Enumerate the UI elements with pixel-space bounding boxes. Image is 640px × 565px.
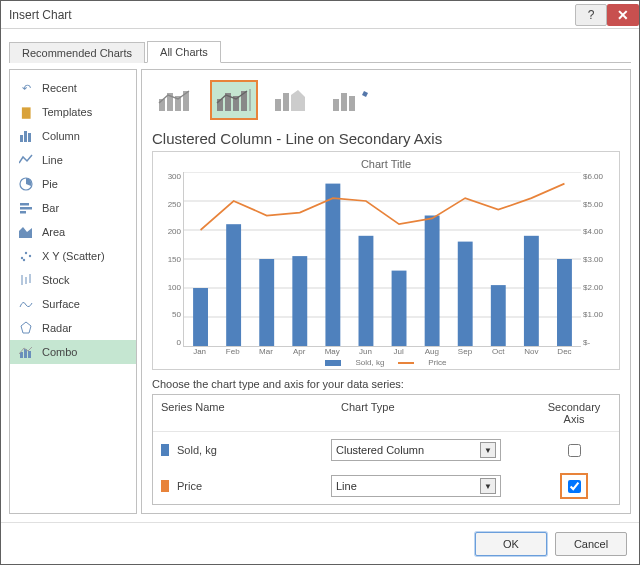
sidebar-item-column[interactable]: Column xyxy=(10,124,136,148)
chevron-down-icon: ▼ xyxy=(480,442,496,458)
y2-axis-labels: $6.00$5.00$4.00$3.00$2.00$1.00$- xyxy=(581,172,611,347)
svg-rect-0 xyxy=(20,135,23,142)
svg-rect-6 xyxy=(20,211,26,214)
svg-rect-51 xyxy=(557,259,572,346)
cancel-button[interactable]: Cancel xyxy=(555,532,627,556)
header-secondary-axis: Secondary Axis xyxy=(529,395,619,431)
sidebar-item-scatter[interactable]: X Y (Scatter) xyxy=(10,244,136,268)
dialog-footer: OK Cancel xyxy=(1,522,639,564)
scatter-icon xyxy=(18,248,34,264)
chart-legend: Sold, kg Price xyxy=(161,358,611,367)
svg-rect-40 xyxy=(193,288,208,346)
subtype-heading: Clustered Column - Line on Secondary Axi… xyxy=(152,130,620,147)
svg-marker-15 xyxy=(21,322,31,333)
chart-type-sidebar: ↶Recent ▇Templates Column Line Pie Bar A… xyxy=(9,69,137,514)
window-title: Insert Chart xyxy=(9,8,72,22)
sidebar-item-area[interactable]: Area xyxy=(10,220,136,244)
titlebar: Insert Chart ? ✕ xyxy=(1,1,639,29)
series-config: Series Name Chart Type Secondary Axis So… xyxy=(152,394,620,505)
series-row-price: Price Line▼ xyxy=(153,468,619,504)
secondary-axis-checkbox-sold[interactable] xyxy=(568,444,581,457)
svg-rect-18 xyxy=(28,351,31,358)
svg-point-11 xyxy=(23,259,25,261)
tab-row: Recommended Charts All Charts xyxy=(9,37,631,63)
svg-rect-4 xyxy=(20,203,29,206)
help-button[interactable]: ? xyxy=(575,4,607,26)
folder-icon: ▇ xyxy=(18,104,34,120)
header-chart-type: Chart Type xyxy=(333,395,529,431)
sidebar-item-recent[interactable]: ↶Recent xyxy=(10,76,136,100)
series-swatch xyxy=(161,480,169,492)
tab-recommended[interactable]: Recommended Charts xyxy=(9,42,145,63)
secondary-axis-checkbox-price[interactable] xyxy=(568,480,581,493)
svg-rect-50 xyxy=(524,236,539,346)
insert-chart-dialog: Insert Chart ? ✕ Recommended Charts All … xyxy=(0,0,640,565)
sidebar-item-combo[interactable]: Combo xyxy=(10,340,136,364)
ok-button[interactable]: OK xyxy=(475,532,547,556)
svg-point-10 xyxy=(29,255,31,257)
x-axis-labels: JanFebMarAprMayJunJulAugSepOctNovDec xyxy=(183,347,581,356)
svg-rect-49 xyxy=(491,285,506,346)
svg-rect-32 xyxy=(341,93,347,111)
svg-rect-5 xyxy=(20,207,32,210)
series-row-sold: Sold, kg Clustered Column▼ xyxy=(153,432,619,468)
svg-rect-33 xyxy=(349,96,355,111)
column-icon xyxy=(18,128,34,144)
subtype-2[interactable] xyxy=(210,80,258,120)
sidebar-item-stock[interactable]: Stock xyxy=(10,268,136,292)
svg-rect-46 xyxy=(392,271,407,346)
combo-icon xyxy=(18,344,34,360)
legend-swatch-b xyxy=(398,362,414,364)
svg-rect-29 xyxy=(283,93,289,111)
svg-point-8 xyxy=(21,257,23,259)
pie-icon xyxy=(18,176,34,192)
series-swatch xyxy=(161,444,169,456)
svg-rect-2 xyxy=(28,133,31,142)
subtype-custom[interactable] xyxy=(326,80,374,120)
bar-icon xyxy=(18,200,34,216)
svg-rect-28 xyxy=(275,99,281,111)
line-icon xyxy=(18,152,34,168)
tab-all-charts[interactable]: All Charts xyxy=(147,41,221,63)
sidebar-item-templates[interactable]: ▇Templates xyxy=(10,100,136,124)
subtype-3[interactable] xyxy=(268,80,316,120)
header-series-name: Series Name xyxy=(153,395,333,431)
svg-marker-7 xyxy=(19,227,32,238)
chart-title: Chart Title xyxy=(161,158,611,170)
surface-icon xyxy=(18,296,34,312)
svg-rect-42 xyxy=(259,259,274,346)
chevron-down-icon: ▼ xyxy=(480,478,496,494)
chart-preview: Chart Title 300250200150100500 xyxy=(152,151,620,370)
svg-rect-41 xyxy=(226,224,241,346)
legend-swatch-a xyxy=(325,360,341,366)
sidebar-item-radar[interactable]: Radar xyxy=(10,316,136,340)
chart-type-select-price[interactable]: Line▼ xyxy=(331,475,501,497)
svg-rect-43 xyxy=(292,256,307,346)
svg-rect-45 xyxy=(359,236,374,346)
area-icon xyxy=(18,224,34,240)
plot-area xyxy=(183,172,581,347)
svg-rect-47 xyxy=(425,216,440,347)
svg-marker-30 xyxy=(291,90,305,111)
svg-rect-44 xyxy=(325,184,340,346)
subtype-1[interactable] xyxy=(152,80,200,120)
stock-icon xyxy=(18,272,34,288)
choose-label: Choose the chart type and axis for your … xyxy=(152,378,620,390)
sidebar-item-line[interactable]: Line xyxy=(10,148,136,172)
sidebar-item-surface[interactable]: Surface xyxy=(10,292,136,316)
svg-point-9 xyxy=(25,252,27,254)
recent-icon: ↶ xyxy=(18,80,34,96)
subtype-row xyxy=(152,78,620,128)
chart-type-select-sold[interactable]: Clustered Column▼ xyxy=(331,439,501,461)
svg-rect-1 xyxy=(24,131,27,142)
svg-rect-31 xyxy=(333,99,339,111)
svg-rect-48 xyxy=(458,242,473,346)
main-panel: Clustered Column - Line on Secondary Axi… xyxy=(141,69,631,514)
sidebar-item-bar[interactable]: Bar xyxy=(10,196,136,220)
y1-axis-labels: 300250200150100500 xyxy=(161,172,183,347)
close-button[interactable]: ✕ xyxy=(607,4,639,26)
sidebar-item-pie[interactable]: Pie xyxy=(10,172,136,196)
radar-icon xyxy=(18,320,34,336)
